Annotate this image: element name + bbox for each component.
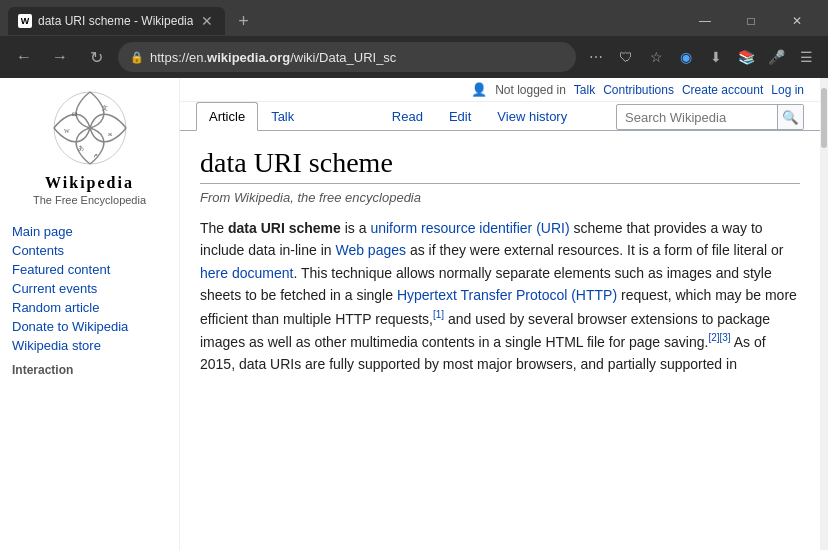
tab-title: data URI scheme - Wikipedia bbox=[38, 14, 193, 28]
svg-text:م: م bbox=[94, 151, 98, 158]
sidebar-item-main-page[interactable]: Main page bbox=[12, 222, 167, 241]
svg-text:W: W bbox=[64, 128, 70, 134]
sidebar-item-donate[interactable]: Donate to Wikipedia bbox=[12, 317, 167, 336]
article-paragraph: The data URI scheme is a uniform resourc… bbox=[200, 217, 800, 375]
web-pages-link[interactable]: Web pages bbox=[335, 242, 406, 258]
sidebar-item-random-article[interactable]: Random article bbox=[12, 298, 167, 317]
tab-favicon: W bbox=[18, 14, 32, 28]
svg-text:あ: あ bbox=[78, 145, 84, 152]
menu-icon[interactable]: ☰ bbox=[794, 45, 818, 69]
contributions-link[interactable]: Contributions bbox=[603, 83, 674, 97]
main-content: 👤 Not logged in Talk Contributions Creat… bbox=[180, 78, 820, 550]
article-body: data URI scheme From Wikipedia, the free… bbox=[180, 131, 820, 550]
sidebar-item-contents[interactable]: Contents bbox=[12, 241, 167, 260]
svg-text:文: 文 bbox=[102, 104, 108, 111]
scrollbar-thumb[interactable] bbox=[821, 88, 827, 148]
article-subtitle: From Wikipedia, the free encyclopedia bbox=[200, 190, 800, 205]
sidebar-section-main: Main page Contents Featured content Curr… bbox=[12, 222, 167, 355]
window-controls: — □ ✕ bbox=[682, 3, 820, 39]
active-tab[interactable]: W data URI scheme - Wikipedia ✕ bbox=[8, 7, 225, 35]
user-bar: 👤 Not logged in Talk Contributions Creat… bbox=[180, 78, 820, 102]
sidebar-item-store[interactable]: Wikipedia store bbox=[12, 336, 167, 355]
tab-close-button[interactable]: ✕ bbox=[199, 13, 215, 29]
address-bar: ← → ↻ 🔒 https://en.wikipedia.org/wiki/Da… bbox=[0, 36, 828, 78]
sidebar-nav: Main page Contents Featured content Curr… bbox=[12, 222, 167, 377]
log-in-link[interactable]: Log in bbox=[771, 83, 804, 97]
wikipedia-logo-globe: Ω 文 W ж あ م bbox=[50, 88, 130, 168]
back-button[interactable]: ← bbox=[10, 43, 38, 71]
bookmark-icon[interactable]: ☆ bbox=[644, 45, 668, 69]
search-button[interactable]: 🔍 bbox=[777, 104, 803, 130]
address-input-wrap[interactable]: 🔒 https://en.wikipedia.org/wiki/Data_URI… bbox=[118, 42, 576, 72]
article-text: The data URI scheme is a uniform resourc… bbox=[200, 217, 800, 375]
tab-bar: W data URI scheme - Wikipedia ✕ + — □ ✕ bbox=[0, 0, 828, 36]
singlefile-icon[interactable]: ◉ bbox=[674, 45, 698, 69]
minimize-button[interactable]: — bbox=[682, 3, 728, 39]
interaction-heading: Interaction bbox=[12, 363, 167, 377]
domain-text: wikipedia.org bbox=[207, 50, 290, 65]
browser-chrome: W data URI scheme - Wikipedia ✕ + — □ ✕ … bbox=[0, 0, 828, 78]
tab-edit[interactable]: Edit bbox=[436, 102, 484, 131]
address-text: https://en.wikipedia.org/wiki/Data_URI_s… bbox=[150, 50, 564, 65]
citation-2-3: [2][3] bbox=[708, 332, 730, 343]
page-tabs: Article Talk Read Edit View history 🔍 bbox=[180, 102, 820, 131]
citation-1: [1] bbox=[433, 309, 444, 320]
wiki-logo: Ω 文 W ж あ م Wikipedia The Free Encyclope… bbox=[12, 88, 167, 206]
http-link[interactable]: Hypertext Transfer Protocol (HTTP) bbox=[397, 287, 617, 303]
download-icon[interactable]: ⬇ bbox=[704, 45, 728, 69]
wikipedia-tagline: The Free Encyclopedia bbox=[12, 194, 167, 206]
uri-link[interactable]: uniform resource identifier (URI) bbox=[370, 220, 569, 236]
svg-text:ж: ж bbox=[107, 131, 113, 137]
lock-icon: 🔒 bbox=[130, 51, 144, 64]
search-box[interactable]: 🔍 bbox=[616, 104, 804, 130]
talk-link[interactable]: Talk bbox=[574, 83, 595, 97]
svg-text:Ω: Ω bbox=[72, 110, 77, 118]
close-button[interactable]: ✕ bbox=[774, 3, 820, 39]
tab-talk[interactable]: Talk bbox=[258, 102, 307, 131]
article-title: data URI scheme bbox=[200, 147, 800, 184]
sidebar-item-current-events[interactable]: Current events bbox=[12, 279, 167, 298]
microphone-icon[interactable]: 🎤 bbox=[764, 45, 788, 69]
create-account-link[interactable]: Create account bbox=[682, 83, 763, 97]
wikipedia-name: Wikipedia bbox=[12, 174, 167, 192]
sidebar: Ω 文 W ж あ م Wikipedia The Free Encyclope… bbox=[0, 78, 180, 550]
tab-article[interactable]: Article bbox=[196, 102, 258, 131]
reload-button[interactable]: ↻ bbox=[82, 43, 110, 71]
not-logged-in-text: Not logged in bbox=[495, 83, 566, 97]
user-icon: 👤 bbox=[471, 82, 487, 97]
address-actions: ⋯ 🛡 ☆ ◉ ⬇ 📚 🎤 ☰ bbox=[584, 45, 818, 69]
shield-icon[interactable]: 🛡 bbox=[614, 45, 638, 69]
bold-term: data URI scheme bbox=[228, 220, 341, 236]
forward-button[interactable]: → bbox=[46, 43, 74, 71]
tab-read[interactable]: Read bbox=[379, 102, 436, 131]
extensions-icon[interactable]: ⋯ bbox=[584, 45, 608, 69]
here-doc-link[interactable]: here document bbox=[200, 265, 293, 281]
maximize-button[interactable]: □ bbox=[728, 3, 774, 39]
new-tab-button[interactable]: + bbox=[229, 7, 257, 35]
library-icon[interactable]: 📚 bbox=[734, 45, 758, 69]
scrollbar[interactable] bbox=[820, 78, 828, 550]
search-input[interactable] bbox=[617, 110, 777, 125]
sidebar-item-featured-content[interactable]: Featured content bbox=[12, 260, 167, 279]
page-area: Ω 文 W ж あ م Wikipedia The Free Encyclope… bbox=[0, 78, 828, 550]
tab-view-history[interactable]: View history bbox=[484, 102, 580, 131]
